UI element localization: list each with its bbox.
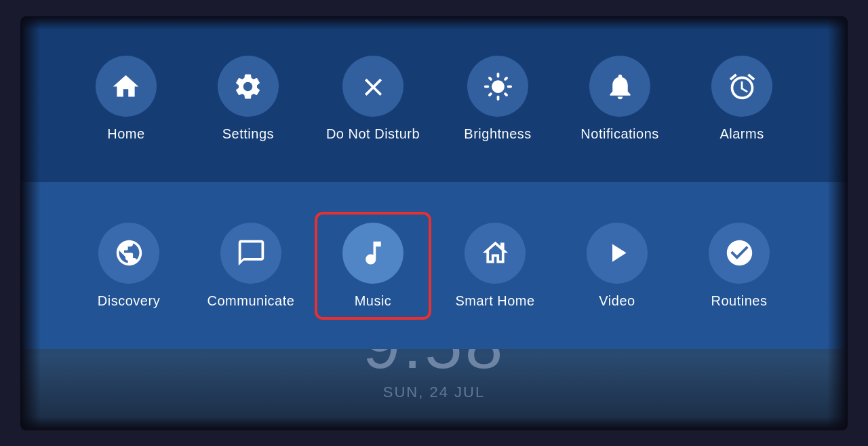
menu-item-routines[interactable]: Routines [685, 216, 793, 316]
music-label: Music [355, 293, 392, 309]
discovery-label: Discovery [98, 293, 160, 309]
settings-icon-circle [218, 56, 279, 117]
menu-item-music[interactable]: Music [319, 216, 427, 316]
menu-item-discovery[interactable]: Discovery [75, 216, 183, 316]
routines-icon [724, 238, 755, 268]
smart-home-icon [480, 238, 511, 268]
communicate-label: Communicate [208, 293, 295, 309]
settings-icon [233, 71, 263, 102]
screen-wrapper: 9:58 SUN, 24 JUL Home Settings [20, 16, 848, 430]
communicate-icon [236, 238, 267, 268]
music-icon-circle [342, 223, 403, 284]
alarms-label: Alarms [719, 126, 764, 142]
clock-date: SUN, 24 JUL [383, 384, 485, 401]
alarms-icon [727, 71, 757, 102]
brightness-label: Brightness [464, 126, 532, 142]
menu-item-notifications[interactable]: Notifications [566, 49, 674, 149]
smart-home-label: Smart Home [455, 293, 534, 309]
communicate-icon-circle [220, 223, 281, 284]
video-icon-circle [587, 223, 648, 284]
brightness-icon [483, 71, 513, 102]
menu-item-video[interactable]: Video [563, 216, 671, 316]
routines-icon-circle [709, 223, 770, 284]
discovery-icon-circle [98, 223, 159, 284]
menu-item-smart-home[interactable]: Smart Home [441, 216, 549, 316]
menu-item-alarms[interactable]: Alarms [688, 49, 796, 149]
menu-item-do-not-disturb[interactable]: Do Not Disturb [316, 49, 430, 149]
brightness-icon-circle [467, 56, 528, 117]
notifications-icon [605, 71, 635, 102]
home-label: Home [107, 126, 144, 142]
home-icon [111, 71, 141, 102]
home-icon-circle [96, 56, 157, 117]
music-icon [358, 238, 389, 268]
menu-row-1: Home Settings Do Not Disturb [20, 16, 848, 183]
video-label: Video [599, 293, 635, 309]
menu-item-brightness[interactable]: Brightness [443, 49, 552, 149]
settings-label: Settings [222, 126, 274, 142]
menu-item-communicate[interactable]: Communicate [197, 216, 305, 316]
do-not-disturb-label: Do Not Disturb [326, 126, 420, 142]
discovery-icon [114, 238, 144, 268]
menu-row-2: Discovery Communicate Music [20, 183, 848, 349]
smart-home-icon-circle [465, 223, 526, 284]
notifications-icon-circle [589, 56, 650, 117]
routines-label: Routines [711, 293, 768, 309]
video-icon [602, 238, 633, 268]
menu-item-home[interactable]: Home [72, 49, 180, 149]
menu-item-settings[interactable]: Settings [194, 49, 302, 149]
do-not-disturb-icon [358, 71, 389, 102]
alarms-icon-circle [711, 56, 772, 117]
do-not-disturb-icon-circle [342, 56, 403, 117]
menu-panel: Home Settings Do Not Disturb [20, 16, 848, 349]
notifications-label: Notifications [580, 126, 658, 142]
